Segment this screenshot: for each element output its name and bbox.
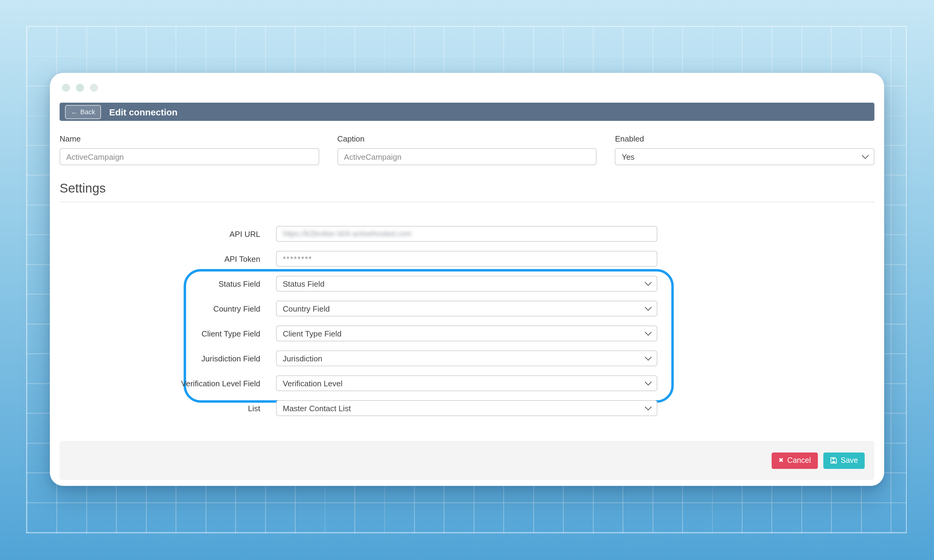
window-controls <box>50 73 884 92</box>
enabled-label: Enabled <box>615 134 874 143</box>
desktop-background: ← Back Edit connection Name Caption Enab… <box>0 0 934 560</box>
enabled-select-value: Yes <box>622 152 635 161</box>
window-dot <box>76 84 84 92</box>
save-button[interactable]: Save <box>823 452 865 469</box>
x-icon: ✖ <box>778 457 784 463</box>
settings-form: API URL https://k2broker-b04.activehoste… <box>60 226 874 416</box>
jurisdiction-field-select[interactable]: Jurisdiction <box>276 351 657 366</box>
back-arrow-icon: ← <box>71 108 78 115</box>
verification-level-field-select-value: Verification Level <box>283 379 343 388</box>
settings-heading: Settings <box>60 181 874 202</box>
caption-field-group: Caption <box>337 134 596 165</box>
status-field-select[interactable]: Status Field <box>276 276 657 292</box>
edit-connection-window: ← Back Edit connection Name Caption Enab… <box>50 73 884 486</box>
status-field-select-value: Status Field <box>283 279 324 288</box>
enabled-select[interactable]: Yes <box>615 148 874 165</box>
chevron-down-icon <box>645 279 652 286</box>
form-row-client-type-field: Client Type Field Client Type Field <box>60 326 874 342</box>
form-row-verification-level-field: Verification Level Field Verification Le… <box>60 375 874 391</box>
form-row-list: List Master Contact List <box>60 400 874 416</box>
window-dot <box>90 84 98 92</box>
country-field-label: Country Field <box>60 304 276 313</box>
verification-level-field-select[interactable]: Verification Level <box>276 375 657 391</box>
country-field-select-value: Country Field <box>283 304 330 313</box>
form-row-country-field: Country Field Country Field <box>60 301 874 317</box>
list-select[interactable]: Master Contact List <box>276 400 657 416</box>
cancel-button-label: Cancel <box>787 456 811 465</box>
chevron-down-icon <box>645 404 652 411</box>
client-type-field-select-value: Client Type Field <box>283 329 341 338</box>
client-type-field-label: Client Type Field <box>60 329 276 338</box>
cancel-button[interactable]: ✖ Cancel <box>772 452 818 469</box>
page-header-bar: ← Back Edit connection <box>60 103 874 121</box>
verification-level-field-label: Verification Level Field <box>60 379 276 388</box>
list-label: List <box>60 404 276 413</box>
api-token-label: API Token <box>60 254 276 263</box>
form-footer: ✖ Cancel Save <box>60 441 874 480</box>
list-select-value: Master Contact List <box>283 404 351 413</box>
chevron-down-icon <box>645 329 652 336</box>
save-icon <box>830 457 837 464</box>
form-row-jurisdiction-field: Jurisdiction Field Jurisdiction <box>60 351 874 366</box>
name-field-group: Name <box>60 134 319 165</box>
api-url-label: API URL <box>60 229 276 238</box>
client-type-field-select[interactable]: Client Type Field <box>276 326 657 342</box>
window-dot <box>62 84 70 92</box>
chevron-down-icon <box>645 354 652 361</box>
form-row-api-url: API URL https://k2broker-b04.activehoste… <box>60 226 874 242</box>
api-url-input[interactable]: https://k2broker-b04.activehosted.com <box>276 226 657 242</box>
enabled-field-group: Enabled Yes <box>615 134 874 165</box>
api-token-input[interactable] <box>276 251 657 267</box>
page-title: Edit connection <box>109 106 178 117</box>
api-url-value-blurred: https://k2broker-b04.activehosted.com <box>283 229 412 238</box>
chevron-down-icon <box>862 152 869 159</box>
jurisdiction-field-select-value: Jurisdiction <box>283 354 322 363</box>
name-input[interactable] <box>60 148 319 165</box>
status-field-label: Status Field <box>60 279 276 288</box>
form-row-api-token: API Token <box>60 251 874 267</box>
jurisdiction-field-label: Jurisdiction Field <box>60 354 276 363</box>
caption-input[interactable] <box>337 148 596 165</box>
name-label: Name <box>60 134 319 143</box>
connection-basic-fields: Name Caption Enabled Yes <box>60 134 874 165</box>
back-button-label: Back <box>80 108 95 115</box>
form-row-status-field: Status Field Status Field <box>60 276 874 292</box>
country-field-select[interactable]: Country Field <box>276 301 657 317</box>
back-button[interactable]: ← Back <box>65 105 101 119</box>
save-button-label: Save <box>841 456 858 465</box>
chevron-down-icon <box>645 379 652 386</box>
caption-label: Caption <box>337 134 596 143</box>
chevron-down-icon <box>645 304 652 311</box>
